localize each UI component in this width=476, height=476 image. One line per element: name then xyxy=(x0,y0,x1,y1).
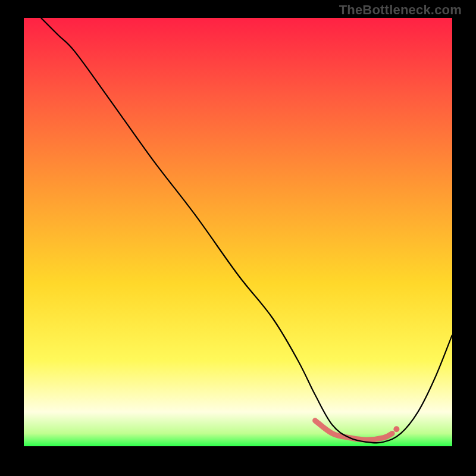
plot-area xyxy=(24,18,452,446)
gradient-background xyxy=(24,18,452,446)
watermark-text: TheBottleneck.com xyxy=(339,2,462,18)
chart-frame: TheBottleneck.com xyxy=(0,0,476,476)
chart-svg xyxy=(24,18,452,446)
valley-dot xyxy=(393,426,399,432)
